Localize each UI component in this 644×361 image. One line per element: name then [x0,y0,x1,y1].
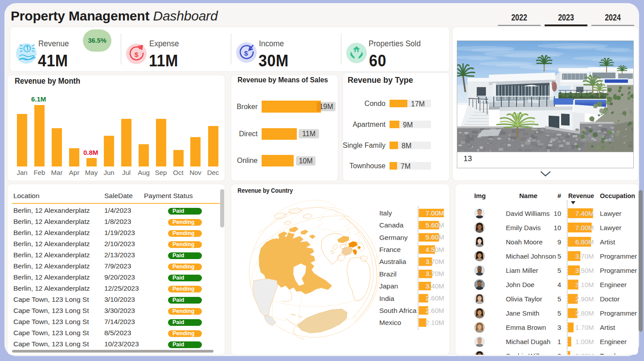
svg-text:9: 9 [558,238,561,246]
svg-text:Programmer: Programmer [600,267,637,274]
svg-text:France: France [379,246,401,253]
svg-text:Michael Johnson: Michael Johnson [506,252,556,260]
svg-text:5: 5 [558,267,561,274]
svg-text:5: 5 [558,295,561,303]
svg-text:4: 4 [558,281,561,288]
svg-text:Canada: Canada [379,221,404,229]
svg-text:7.00M: 7.00M [575,224,594,231]
svg-text:Lawyer: Lawyer [600,224,621,231]
svg-text:5: 5 [558,252,561,260]
svg-text:7.00M: 7.00M [426,209,444,217]
svg-text:Jane Smith: Jane Smith [506,309,539,317]
svg-text:Noah Moore: Noah Moore [506,238,543,246]
svg-text:David Williams: David Williams [506,210,550,217]
svg-text:Name: Name [519,192,537,199]
svg-text:1: 1 [558,338,561,345]
svg-text:Doctor: Doctor [600,295,619,303]
svg-text:1.00M: 1.00M [575,338,594,345]
svg-text:2.60M: 2.60M [426,294,444,302]
svg-text:7.40M: 7.40M [575,210,594,217]
svg-text:10: 10 [554,224,561,231]
svg-text:Emma Brown: Emma Brown [506,324,546,331]
svg-text:Sophie Will...: Sophie Will... [506,352,545,355]
svg-text:Engineer: Engineer [600,281,627,288]
svg-text:#: # [558,192,562,199]
svg-text:2.80M: 2.80M [575,309,594,317]
svg-text:India: India [379,295,394,302]
svg-text:2: 2 [558,352,561,355]
svg-text:2.60M: 2.60M [426,307,444,314]
svg-text:1.70M: 1.70M [575,324,594,331]
svg-text:Emily Davis: Emily Davis [506,224,541,231]
svg-text:$: $ [135,51,139,58]
svg-text:3: 3 [558,324,561,331]
svg-text:Lawyer: Lawyer [600,210,621,217]
svg-text:Mexico: Mexico [379,319,401,326]
svg-text:Liam Miller: Liam Miller [506,267,538,274]
svg-text:$: $ [244,49,248,57]
svg-text:Revenue: Revenue [568,192,594,199]
svg-text:Img: Img [474,192,486,199]
svg-text:Teacher: Teacher [600,352,623,355]
svg-text:Occupation: Occupation [600,192,635,199]
svg-text:South Africa: South Africa [379,307,417,314]
svg-text:5: 5 [558,309,561,317]
svg-text:Australia: Australia [379,258,406,265]
svg-text:Italy: Italy [379,209,392,217]
svg-text:Olivia Taylor: Olivia Taylor [506,295,542,303]
svg-text:2.90M: 2.90M [575,295,594,303]
svg-text:Programmer: Programmer [600,309,637,317]
svg-text:Artist: Artist [600,238,615,246]
svg-text:Germany: Germany [379,234,408,241]
svg-text:Engineer: Engineer [600,338,627,345]
svg-text:Programmer: Programmer [600,252,637,260]
svg-text:Michael Dugah: Michael Dugah [506,338,550,345]
svg-text:Brazil: Brazil [379,270,397,278]
svg-text:2.10M: 2.10M [426,319,444,326]
svg-text:John Doe: John Doe [506,281,534,288]
svg-text:10: 10 [554,210,561,217]
svg-text:Japan: Japan [379,282,398,290]
svg-text:0.70M: 0.70M [575,352,594,355]
svg-text:Artist: Artist [600,324,615,331]
